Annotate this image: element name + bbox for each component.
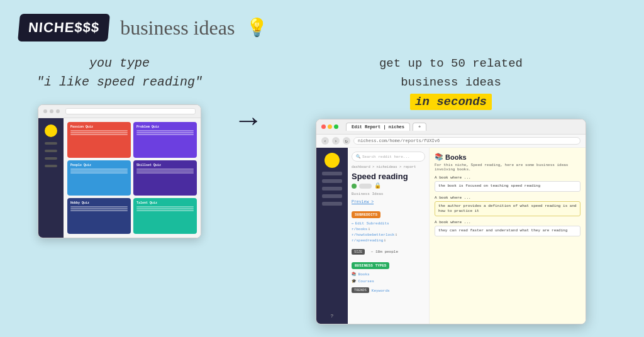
tagline-highlight: in seconds xyxy=(410,94,492,110)
bs-tag-business: BUSINESS TYPES xyxy=(352,262,389,269)
card-line9 xyxy=(70,172,128,174)
bs-trends-label: TRENDS xyxy=(352,287,369,293)
bs-item-2-value: the author provides a definition of what… xyxy=(435,201,580,217)
sidebar-avatar xyxy=(45,124,57,137)
bs-question: ? xyxy=(331,313,334,319)
bs-size-label: SIZE xyxy=(352,249,365,255)
card-line8 xyxy=(70,170,128,172)
sidebar-line3 xyxy=(45,157,57,160)
card-passion-label: Passion Quiz xyxy=(70,125,128,129)
you-type-line1: you type xyxy=(89,56,150,70)
biz-link-courses[interactable]: 🎓 Courses xyxy=(352,279,425,284)
card-people-label: People Quiz xyxy=(70,163,128,167)
card-line17 xyxy=(136,208,194,209)
card-problem-label: Problem Quiz xyxy=(136,125,194,129)
bs-menu1 xyxy=(322,172,342,175)
card-line10 xyxy=(136,168,194,170)
bs-page-subtitle: Business Ideas xyxy=(352,192,425,196)
dot1 xyxy=(43,109,47,113)
card-line1 xyxy=(70,130,128,131)
bs-item-3-label: A book where ... xyxy=(435,220,580,224)
sidebar-mock-left xyxy=(38,118,64,238)
browser-content-panel: 📚 Books For this niche, Speed reading, h… xyxy=(430,148,586,324)
info-icon3: ℹ xyxy=(384,238,386,243)
browser-dots xyxy=(321,124,338,129)
bs-preview-link[interactable]: Preview > xyxy=(352,200,425,204)
main-content: you type "i like speed reading" xyxy=(0,48,644,328)
card-skillset-quiz: Skillset Quiz xyxy=(133,160,197,196)
card-line2 xyxy=(70,132,128,133)
back-button[interactable]: ‹ xyxy=(321,137,329,145)
bs-menu4 xyxy=(322,194,342,198)
reddit-link-speedreading[interactable]: r/speedreading ℹ xyxy=(352,238,425,243)
info-icon2: ℹ xyxy=(396,233,397,237)
card-hobby-quiz: Hobby Quiz xyxy=(67,198,131,234)
bs-search-bar[interactable]: 🔍 Search reddit here... xyxy=(352,152,425,162)
arrow-icon: → xyxy=(240,104,258,138)
card-line4 xyxy=(136,130,194,131)
sidebar-line2 xyxy=(45,150,57,152)
browser-body: ? 🔍 Search reddit here... dashboard > ni… xyxy=(316,148,586,324)
bs-page-title: Speed reading xyxy=(352,172,425,181)
card-line13 xyxy=(70,206,128,207)
sidebar-line1 xyxy=(45,142,57,145)
pencil-icon: ✏ xyxy=(352,221,354,226)
browser-content-left: Passion Quiz Problem Quiz People Quiz xyxy=(38,118,201,238)
card-line12 xyxy=(136,172,194,174)
bs-size-value: ~ 18m people xyxy=(371,250,398,254)
browser-tab-bar: Edit Report | niches + xyxy=(316,119,586,135)
browser-middle-col: 🔍 Search reddit here... dashboard > nich… xyxy=(348,148,430,324)
header-title: business ideas xyxy=(120,16,235,40)
bs-menu5 xyxy=(322,202,342,206)
keywords-link[interactable]: Keywords xyxy=(372,289,390,293)
reddit-link-howtobebetter[interactable]: r/howtobebetterlock ℹ xyxy=(352,233,425,237)
bs-item-2-label: A book where ... xyxy=(435,196,580,200)
card-line3 xyxy=(70,134,128,135)
card-skillset-label: Skillset Quiz xyxy=(136,163,194,167)
card-line11 xyxy=(136,170,194,172)
dot2 xyxy=(50,109,53,113)
header: NICHE$$$ business ideas 💡 xyxy=(0,0,644,48)
bs-item-2: A book where ... the author provides a d… xyxy=(435,196,580,217)
card-people-quiz: People Quiz xyxy=(67,160,131,196)
tagline-line1: get up to 50 related xyxy=(379,57,523,70)
browser-sidebar: ? xyxy=(316,148,348,324)
books-icon: 📚 xyxy=(435,153,443,161)
bs-menu2 xyxy=(322,179,342,183)
bs-avatar xyxy=(325,153,340,168)
left-panel: you type "i like speed reading" xyxy=(19,54,220,238)
refresh-button[interactable]: ↻ xyxy=(343,137,350,145)
minimize-dot xyxy=(328,124,332,129)
reddit-link-books[interactable]: r/books ℹ xyxy=(352,227,425,231)
maximize-dot xyxy=(334,124,338,129)
tab-bar: Edit Report | niches + xyxy=(346,123,580,131)
status-dot-green xyxy=(352,184,357,189)
card-talent-quiz: Talent Quiz xyxy=(133,198,197,234)
mock-browser-left: Passion Quiz Problem Quiz People Quiz xyxy=(38,104,201,238)
url-bar-right[interactable]: nichess.com/home/reports/fUXIv6 xyxy=(353,137,580,145)
card-passion-quiz: Passion Quiz xyxy=(67,122,131,158)
card-problem-quiz: Problem Quiz xyxy=(133,122,197,158)
bs-item-1-label: A book where ... xyxy=(435,175,580,180)
bs-item-1-value: the book is focused on teaching speed re… xyxy=(435,181,580,191)
card-line14 xyxy=(70,208,128,209)
lock-icon: 🔒 xyxy=(374,182,381,189)
tab-new[interactable]: + xyxy=(413,123,426,131)
bs-item-3: A book where ... they can read faster an… xyxy=(435,220,580,236)
mock-browser-right: Edit Report | niches + ‹ › ↻ nichess.com… xyxy=(316,119,586,324)
bs-biz-links: 📚 Books 🎓 Courses xyxy=(352,272,425,285)
you-type-line2: "i like speed reading" xyxy=(36,75,203,89)
bs-section-desc: For this niche, Speed reading, here are … xyxy=(435,163,580,172)
card-line7 xyxy=(70,168,128,170)
biz-link-books[interactable]: 📚 Books xyxy=(352,272,425,277)
card-talent-label: Talent Quiz xyxy=(136,201,194,205)
forward-button[interactable]: › xyxy=(332,137,340,145)
toggle-control[interactable] xyxy=(359,184,372,189)
card-line6 xyxy=(136,134,194,135)
bs-tag-subreddits: SUBREDDITS xyxy=(352,211,380,218)
tab-edit-report[interactable]: Edit Report | niches xyxy=(346,123,410,131)
edit-subreddits-link[interactable]: ✏ Edit Subreddits xyxy=(352,221,425,226)
tagline-line2: business ideas xyxy=(401,75,501,89)
info-icon: ℹ xyxy=(369,227,370,231)
logo: NICHE$$$ xyxy=(18,14,110,41)
